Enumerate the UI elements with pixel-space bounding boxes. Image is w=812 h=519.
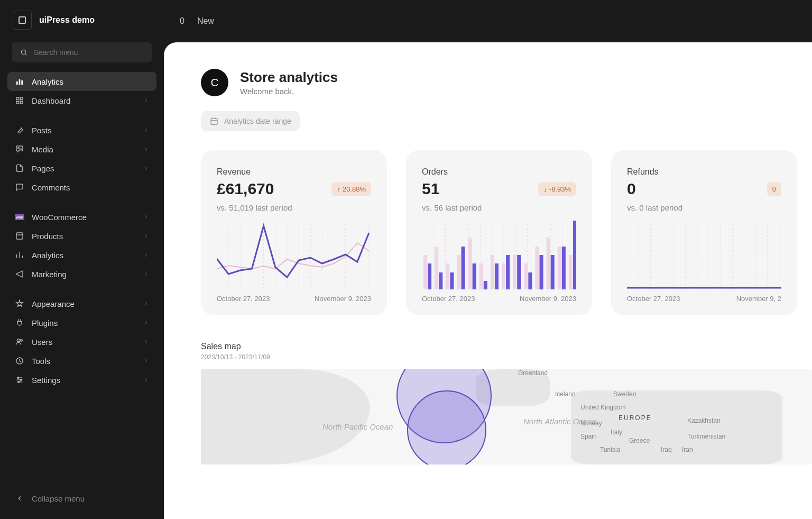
svg-rect-13 — [16, 233, 23, 239]
svg-point-26 — [18, 381, 20, 383]
sidebar-item-label: WooCommerce — [32, 213, 87, 222]
sales-map-range: 2023/10/13 - 2023/11/09 — [201, 353, 812, 361]
arrow-up-icon: ↑ — [337, 185, 340, 193]
svg-rect-5 — [16, 97, 19, 100]
search-menu[interactable] — [12, 42, 152, 62]
delta-badge: 0 — [767, 182, 781, 196]
chevron-right-icon — [143, 338, 149, 347]
pages-icon — [15, 163, 24, 173]
chevron-right-icon — [143, 164, 149, 173]
map-label-turkmenistan: Turkmenistan — [687, 433, 725, 440]
sidebar-item-dashboard[interactable]: Dashboard — [7, 91, 156, 110]
sidebar-item-analytics[interactable]: Analytics — [7, 245, 156, 265]
sidebar-item-woocommerce[interactable]: wooWooCommerce — [7, 207, 156, 226]
chart-end: November 9, 2 — [736, 295, 781, 303]
sidebar-item-label: Comments — [32, 183, 70, 192]
svg-rect-2 — [16, 81, 18, 85]
topbar: 0 New — [164, 0, 812, 42]
sidebar-item-users[interactable]: Users — [7, 332, 156, 351]
card-value: 51 — [422, 180, 439, 198]
sidebar-item-label: Posts — [32, 126, 52, 135]
chart-start: October 27, 2023 — [627, 295, 680, 303]
svg-rect-63 — [446, 263, 449, 289]
revenue-chart — [217, 221, 371, 289]
delta-value: 0 — [772, 185, 776, 193]
brand-row: uiPress demo — [0, 11, 164, 42]
map-label-iceland: Iceland — [555, 390, 576, 398]
svg-rect-6 — [20, 97, 23, 100]
topbar-new[interactable]: New — [197, 16, 214, 26]
sidebar-item-marketing[interactable]: Marketing — [7, 265, 156, 284]
sales-map-title: Sales map — [201, 342, 812, 351]
appearance-icon — [15, 299, 24, 308]
nav: AnalyticsDashboardPostsMediaPagesComment… — [0, 72, 164, 488]
svg-rect-68 — [473, 263, 476, 289]
map-label-europe: EUROPE — [619, 414, 652, 422]
map-label-npacific: North Pacific Ocean — [322, 422, 393, 431]
sidebar-item-settings[interactable]: Settings — [7, 370, 156, 389]
sidebar-item-analytics[interactable]: Analytics — [7, 72, 156, 91]
chart-start: October 27, 2023 — [422, 295, 475, 303]
media-icon — [15, 144, 24, 154]
card-title: Revenue — [217, 167, 371, 177]
card-value: 0 — [627, 180, 636, 198]
chevron-right-icon — [143, 251, 149, 260]
delta-value: -8.93% — [549, 185, 571, 193]
svg-rect-69 — [479, 263, 483, 289]
sidebar-item-posts[interactable]: Posts — [7, 121, 156, 140]
woo-icon: woo — [15, 212, 24, 222]
svg-rect-7 — [16, 101, 19, 104]
svg-rect-65 — [457, 255, 460, 289]
plugins-icon — [15, 318, 24, 327]
svg-rect-73 — [502, 263, 505, 289]
sidebar-item-plugins[interactable]: Plugins — [7, 313, 156, 332]
sidebar-item-comments[interactable]: Comments — [7, 178, 156, 197]
card-value: £61,670 — [217, 180, 274, 198]
sidebar-item-tools[interactable]: Tools — [7, 351, 156, 370]
svg-rect-86 — [573, 221, 576, 289]
settings-icon — [15, 375, 24, 385]
sidebar-item-label: Tools — [32, 357, 50, 366]
svg-rect-8 — [20, 101, 23, 104]
sidebar-item-products[interactable]: Products — [7, 226, 156, 245]
brand-name: uiPress demo — [39, 15, 95, 25]
sidebar-item-pages[interactable]: Pages — [7, 159, 156, 178]
collapse-menu[interactable]: Collapse menu — [0, 488, 164, 508]
map-label-iran: Iran — [682, 446, 693, 453]
svg-rect-82 — [551, 255, 555, 289]
cards-row: Revenue £61,670 ↑ 20.88% vs. 51,019 last… — [201, 150, 812, 315]
svg-rect-74 — [506, 255, 510, 289]
svg-rect-81 — [547, 238, 550, 289]
svg-rect-66 — [462, 247, 465, 289]
sidebar-item-label: Dashboard — [32, 96, 70, 105]
chevron-right-icon — [143, 318, 149, 327]
map-label-italy: Italy — [611, 429, 622, 436]
topbar-count: 0 — [180, 16, 184, 26]
chevron-right-icon — [143, 96, 149, 105]
svg-point-10 — [18, 148, 20, 149]
map-label-tunisia: Tunisia — [600, 446, 620, 453]
sales-map[interactable]: North Pacific Ocean North Atlantic Ocean… — [201, 369, 812, 465]
products-icon — [15, 231, 24, 241]
chevron-right-icon — [143, 232, 149, 241]
card-sub: vs. 0 last period — [627, 203, 781, 212]
sidebar-item-label: Plugins — [32, 318, 58, 327]
card-sub: vs. 51,019 last period — [217, 203, 371, 212]
chart-dates: October 27, 2023 November 9, 2 — [627, 295, 781, 303]
chart-dates: October 27, 2023 November 9, 2023 — [217, 295, 371, 303]
date-range-picker[interactable]: Analytics date range — [201, 111, 300, 131]
svg-rect-64 — [450, 272, 454, 289]
svg-rect-83 — [558, 247, 561, 289]
map-label-iraq: Iraq — [661, 446, 672, 453]
svg-rect-72 — [495, 263, 499, 289]
svg-rect-76 — [517, 255, 521, 289]
search-input[interactable] — [34, 48, 145, 57]
card-title: Refunds — [627, 167, 781, 177]
svg-point-24 — [17, 377, 19, 379]
dashboard-icon — [15, 96, 24, 105]
map-label-sweden: Sweden — [613, 390, 636, 398]
sidebar-item-media[interactable]: Media — [7, 140, 156, 159]
svg-rect-27 — [211, 119, 217, 125]
sidebar-item-appearance[interactable]: Appearance — [7, 294, 156, 313]
svg-rect-4 — [21, 80, 23, 85]
